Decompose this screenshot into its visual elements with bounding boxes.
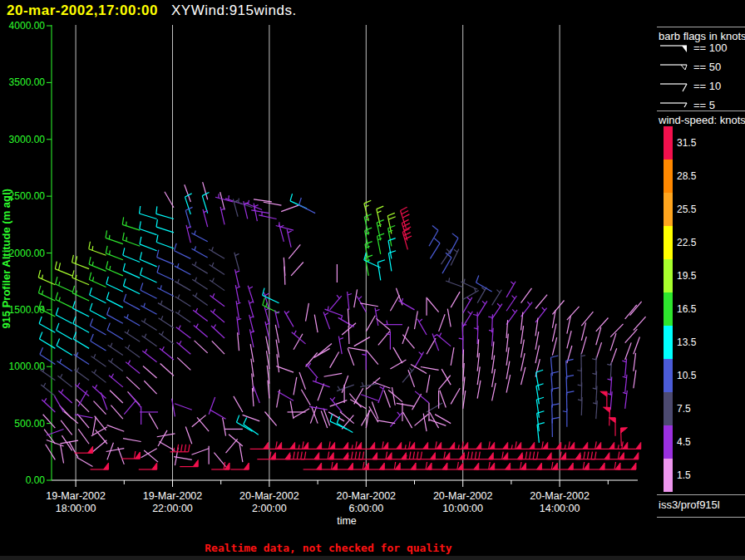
colorbar-label: 10.5 xyxy=(677,370,696,381)
wind-barb xyxy=(125,332,140,341)
wind-barb xyxy=(209,249,224,258)
barb-pennant-100 xyxy=(546,453,551,459)
wind-barb xyxy=(106,284,123,292)
wind-barb xyxy=(175,297,191,307)
wind-barb xyxy=(91,341,106,351)
wind-barb xyxy=(314,348,330,357)
barb-half xyxy=(402,298,403,302)
wind-barb xyxy=(210,280,224,291)
barb-half xyxy=(397,412,400,415)
barb-full xyxy=(244,417,247,424)
barb-half xyxy=(160,285,161,289)
y-tick-label: 3500.00 xyxy=(9,76,46,88)
barb-half xyxy=(144,318,146,322)
barb-full xyxy=(107,323,110,330)
barb-pennant-100 xyxy=(463,442,468,449)
barb-pennant-100 xyxy=(152,463,157,469)
wind-barb xyxy=(78,429,89,444)
barb-full xyxy=(409,441,411,449)
barb-half xyxy=(419,319,422,322)
barb-pennant-100 xyxy=(634,453,639,459)
wind-barb xyxy=(463,350,464,368)
barb-half xyxy=(376,309,380,311)
barb-full xyxy=(90,318,92,326)
barb-full xyxy=(140,206,141,214)
wind-barb xyxy=(506,282,516,297)
barb-pennant-100 xyxy=(387,453,392,459)
wind-barb xyxy=(430,243,440,259)
barb-full xyxy=(436,441,437,449)
wind-barb xyxy=(57,376,72,387)
wind-barb xyxy=(446,281,463,287)
wind-barb xyxy=(61,445,64,464)
barb-half xyxy=(236,287,240,288)
wind-barb xyxy=(294,377,297,395)
barb-pennant-100 xyxy=(503,453,508,459)
colorbar-label: 16.5 xyxy=(677,303,696,315)
wind-barb xyxy=(337,424,353,433)
wind-barb xyxy=(74,370,89,381)
wind-barb xyxy=(234,396,243,412)
barb-half xyxy=(212,278,214,282)
barb-full xyxy=(394,462,396,469)
wind-barb xyxy=(451,292,460,307)
wind-barb xyxy=(596,342,602,360)
barb-full xyxy=(73,317,76,324)
wind-barb xyxy=(477,287,486,303)
wind-barb xyxy=(429,230,438,246)
colorbar-label: 28.5 xyxy=(677,170,696,182)
barb-half xyxy=(235,253,239,255)
barb-half xyxy=(92,246,93,250)
barb-half xyxy=(527,302,530,305)
wind-barb xyxy=(238,332,239,351)
barb-half xyxy=(178,279,180,283)
barb-half xyxy=(44,398,47,401)
barb-half xyxy=(95,385,97,388)
barb-pennant-100 xyxy=(536,463,541,469)
barb-full xyxy=(38,270,40,278)
barb-pennant-100 xyxy=(516,442,521,449)
wind-barb xyxy=(41,385,55,396)
barb-half xyxy=(286,311,289,313)
barb-pennant-100 xyxy=(330,442,335,449)
barb-half xyxy=(110,250,111,254)
wind-barb xyxy=(140,214,157,219)
barb-full xyxy=(566,359,574,361)
wind-barb xyxy=(210,311,224,322)
barb-pennant-100 xyxy=(88,446,93,453)
barb-full xyxy=(377,260,385,263)
barb-full xyxy=(566,391,574,393)
barb-pennant-100 xyxy=(619,453,624,459)
barb-half xyxy=(608,394,612,395)
wind-barb xyxy=(149,413,158,429)
barb-half xyxy=(249,302,254,303)
x-tick-date: 20-Mar-2002 xyxy=(433,490,493,502)
barb-pennant-100 xyxy=(430,453,435,459)
wind-barb xyxy=(634,353,636,371)
barb-full xyxy=(355,452,357,459)
barb-pennant-100 xyxy=(609,442,614,449)
wind-barb xyxy=(160,363,174,376)
y-axis-label: 915 Profiler Altitude (m agl) xyxy=(0,189,12,329)
barb-pennant-100 xyxy=(600,391,607,396)
barb-full xyxy=(156,219,157,227)
barb-full xyxy=(89,273,91,280)
wind-barb xyxy=(284,267,285,285)
barb-half xyxy=(195,278,197,282)
wind-barb xyxy=(40,339,56,348)
barb-half xyxy=(512,296,516,299)
wind-barb xyxy=(412,394,422,410)
wind-barb xyxy=(175,312,190,322)
wind-barb xyxy=(634,370,636,388)
wind-barb xyxy=(156,227,174,233)
barb-full xyxy=(57,323,59,331)
barb-full xyxy=(73,301,76,308)
wind-barb xyxy=(318,384,324,401)
barb-pennant-100 xyxy=(604,453,609,459)
wind-barb xyxy=(72,263,90,269)
wind-barb xyxy=(229,435,243,446)
app-window: { "window": { "title_time": "20-mar-2002… xyxy=(0,0,745,560)
barb-pennant-100 xyxy=(379,463,384,469)
wind-barb xyxy=(323,312,330,329)
barb-half xyxy=(577,370,581,371)
